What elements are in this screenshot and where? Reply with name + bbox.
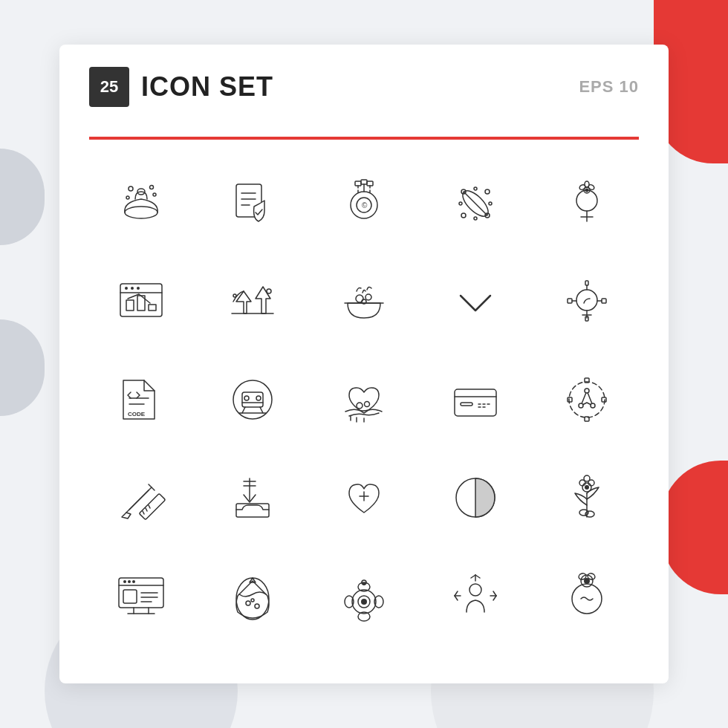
design-bulb-icon [557, 272, 617, 331]
svg-point-25 [474, 187, 477, 190]
inbox-document-icon [223, 468, 282, 527]
svg-point-5 [126, 196, 129, 199]
svg-line-20 [464, 192, 487, 215]
code-file-icon: CODE [111, 370, 171, 429]
heart-plus-icon [334, 468, 394, 527]
svg-rect-93 [139, 493, 165, 519]
svg-point-23 [461, 213, 466, 218]
svg-point-108 [584, 475, 590, 481]
svg-point-84 [585, 389, 589, 393]
icon-cell-monitor-ui [89, 554, 193, 637]
svg-rect-88 [602, 397, 606, 402]
care-heart-icon [334, 370, 394, 429]
icon-cell-chevron-down [423, 260, 527, 343]
svg-rect-42 [126, 300, 134, 311]
svg-point-26 [474, 217, 477, 220]
icon-cell-person-directions [423, 554, 527, 637]
half-circle-icon [446, 468, 505, 527]
eps-badge: EPS 10 [579, 77, 639, 97]
svg-rect-16 [361, 180, 367, 184]
icon-cell-checklist-shield [201, 162, 305, 245]
icon-cell-easter-egg [201, 554, 305, 637]
icon-cell-code-file: CODE [89, 358, 193, 441]
blob-gray-left-top [0, 149, 45, 245]
plant-flower-icon [557, 468, 617, 527]
icon-cell-design-bulb [535, 260, 639, 343]
pencil-ruler-icon [111, 468, 171, 527]
svg-line-96 [149, 505, 150, 508]
icon-cell-flower-ring [312, 554, 416, 637]
svg-point-35 [585, 181, 589, 187]
svg-line-142 [455, 591, 458, 596]
svg-point-83 [569, 382, 605, 417]
svg-line-94 [143, 511, 144, 514]
flower-ring-icon [334, 566, 394, 625]
icon-cell-web-analytics [89, 260, 193, 343]
svg-point-28 [489, 202, 492, 205]
svg-point-52 [576, 290, 597, 311]
svg-point-3 [150, 186, 154, 189]
svg-point-47 [233, 294, 236, 297]
icon-cell-subway-train [201, 358, 305, 441]
svg-point-122 [128, 580, 131, 583]
svg-text:©: © [362, 201, 368, 209]
svg-line-143 [455, 596, 458, 600]
blob-gray-left-mid [0, 319, 45, 416]
person-directions-icon [446, 566, 505, 625]
svg-point-22 [485, 189, 490, 194]
svg-point-40 [131, 287, 134, 290]
svg-point-68 [256, 396, 261, 400]
svg-point-0 [125, 207, 157, 218]
pencils-copyright-icon: © [334, 174, 394, 233]
svg-rect-80 [461, 403, 472, 406]
salad-bowl-icon [334, 272, 394, 331]
svg-point-125 [246, 601, 250, 605]
svg-point-126 [255, 604, 259, 608]
paper-clip-bowl-icon [111, 174, 171, 233]
page-title: ICON SET [141, 71, 273, 103]
svg-point-134 [361, 599, 367, 605]
svg-line-140 [475, 575, 480, 578]
icon-cell-care-heart [312, 358, 416, 441]
svg-rect-56 [602, 299, 606, 303]
svg-point-50 [365, 294, 371, 300]
svg-point-137 [469, 584, 481, 596]
svg-point-67 [244, 396, 249, 400]
capsule-cross-icon [446, 174, 505, 233]
card-header: 25 ICON SET EPS 10 [89, 67, 639, 107]
svg-point-27 [459, 202, 462, 205]
svg-point-39 [125, 287, 128, 290]
icon-cell-credit-card [423, 358, 527, 441]
svg-point-73 [357, 403, 363, 409]
icon-cell-nature-trees [201, 260, 305, 343]
svg-rect-44 [149, 305, 156, 311]
svg-line-146 [493, 596, 496, 600]
chevron-down-icon [446, 272, 505, 331]
svg-text:CODE: CODE [128, 411, 146, 417]
icon-cell-paper-clip-bowl [89, 162, 193, 245]
svg-point-127 [251, 599, 254, 602]
svg-point-121 [123, 580, 126, 583]
svg-line-95 [146, 508, 147, 511]
svg-point-2 [129, 186, 133, 191]
svg-rect-17 [367, 181, 373, 186]
svg-point-4 [153, 193, 156, 196]
svg-point-86 [591, 403, 595, 408]
svg-line-71 [260, 407, 263, 413]
svg-point-41 [137, 287, 140, 290]
svg-rect-15 [355, 181, 361, 186]
svg-point-74 [365, 402, 370, 407]
mind-flower-icon [557, 174, 617, 233]
nature-trees-icon [223, 272, 282, 331]
red-underline [89, 137, 639, 140]
icon-cell-heart-plus [312, 456, 416, 539]
icon-cell-inbox-document [201, 456, 305, 539]
credit-card-icon [446, 370, 505, 429]
svg-line-145 [493, 591, 496, 596]
subway-train-icon [223, 370, 282, 429]
icon-cell-mind-wellness [535, 554, 639, 637]
monitor-ui-icon [111, 566, 171, 625]
svg-point-123 [132, 580, 135, 583]
svg-rect-57 [585, 281, 588, 285]
checklist-shield-icon [223, 174, 282, 233]
